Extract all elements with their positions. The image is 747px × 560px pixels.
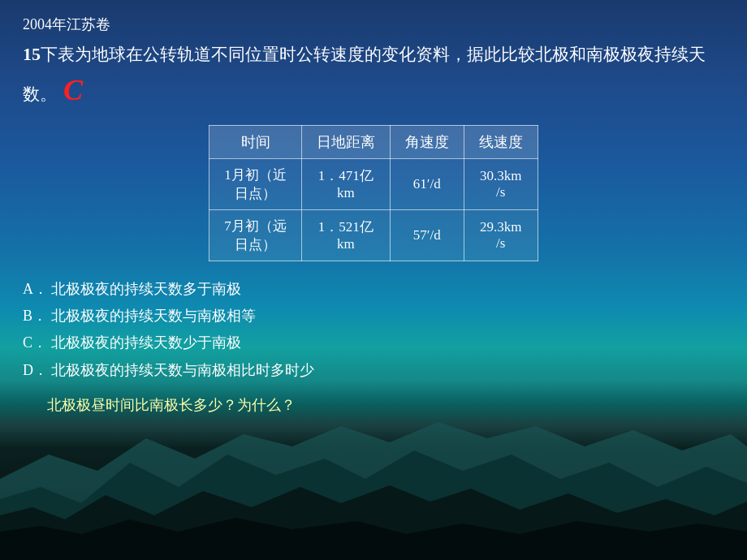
followup-question: 北极极昼时间比南极长多少？为什么？	[23, 395, 724, 415]
header-linear-speed: 线速度	[464, 125, 538, 158]
cell-jan-angular: 61′/d	[390, 158, 464, 209]
table-header-row: 时间 日地距离 角速度 线速度	[209, 125, 538, 158]
options-list: A． 北极极夜的持续天数多于南极 B． 北极极夜的持续天数与南极相等 C． 北极…	[23, 276, 724, 384]
data-table: 时间 日地距离 角速度 线速度 1月初（近日点） 1．471亿km 61′/d …	[209, 125, 538, 261]
header-time: 时间	[209, 125, 302, 158]
question-title: 15下表为地球在公转轨道不同位置时公转速度的变化资料，据此比较北极和南极极夜持续…	[23, 41, 724, 114]
answer-display: C	[63, 74, 83, 106]
header-distance: 日地距离	[301, 125, 390, 158]
table-row-jul: 7月初（远日点） 1．521亿km 57′/d 29.3km/s	[209, 209, 538, 261]
cell-jul-distance: 1．521亿km	[301, 209, 390, 261]
cell-jul-time: 7月初（远日点）	[209, 209, 302, 261]
option-b: B． 北极极夜的持续天数与南极相等	[23, 303, 724, 330]
question-body: 下表为地球在公转轨道不同位置时公转速度的变化资料，据此比较北极和南极极夜持续天数…	[23, 45, 706, 104]
cell-jul-linear: 29.3km/s	[464, 209, 538, 261]
year-label: 2004年江苏卷	[23, 15, 724, 34]
table-wrapper: 时间 日地距离 角速度 线速度 1月初（近日点） 1．471亿km 61′/d …	[23, 125, 724, 261]
option-c: C． 北极极夜的持续天数少于南极	[23, 330, 724, 356]
table-row-jan: 1月初（近日点） 1．471亿km 61′/d 30.3km/s	[209, 158, 538, 209]
option-a: A． 北极极夜的持续天数多于南极	[23, 276, 724, 303]
cell-jan-distance: 1．471亿km	[301, 158, 390, 209]
option-d: D． 北极极夜的持续天数与南极相比时多时少	[23, 357, 724, 384]
cell-jan-time: 1月初（近日点）	[209, 158, 302, 209]
cell-jan-linear: 30.3km/s	[464, 158, 538, 209]
question-number: 15	[23, 44, 41, 64]
cell-jul-angular: 57′/d	[390, 209, 464, 261]
header-angular-speed: 角速度	[390, 125, 464, 158]
content-area: 2004年江苏卷 15下表为地球在公转轨道不同位置时公转速度的变化资料，据此比较…	[0, 0, 747, 560]
